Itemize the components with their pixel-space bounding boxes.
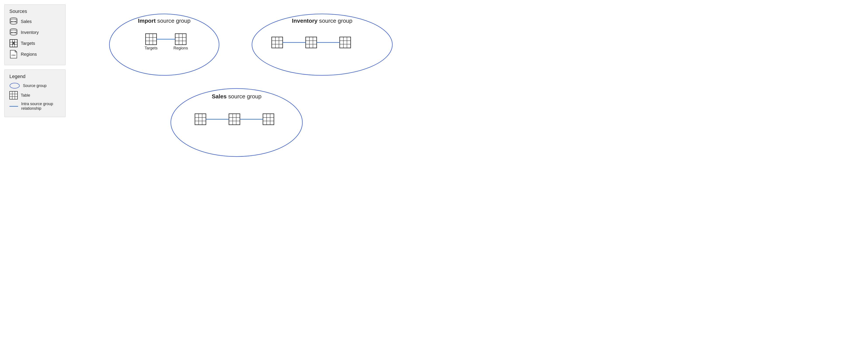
import-targets-table: Targets: [145, 34, 158, 50]
sources-panel: Sources Sales: [4, 4, 66, 65]
source-label-targets: Targets: [21, 41, 35, 46]
inventory-group-ellipse: [252, 14, 392, 75]
legend-item-relationship: Intra source group relationship: [9, 102, 61, 111]
legend-table-icon: [9, 91, 18, 99]
csv-icon-regions: CSV: [9, 50, 18, 58]
legend-title: Legend: [9, 74, 61, 80]
svg-rect-37: [272, 37, 283, 48]
sales-table-2: [229, 114, 240, 125]
source-item-sales: Sales: [9, 17, 61, 26]
svg-rect-62: [263, 114, 274, 125]
source-item-targets: X Targets: [9, 39, 61, 48]
import-regions-table: Regions: [174, 34, 188, 50]
inventory-table-2: [306, 37, 317, 48]
svg-rect-57: [229, 114, 240, 125]
svg-text:Regions: Regions: [174, 46, 188, 50]
sales-group-title: Sales source group: [212, 93, 261, 100]
inventory-table-3: [340, 37, 350, 48]
import-group-title: Import source group: [138, 18, 191, 24]
svg-point-4: [10, 22, 17, 24]
svg-text:Targets: Targets: [145, 46, 158, 50]
legend-label-table: Table: [21, 93, 30, 98]
svg-point-19: [10, 83, 20, 88]
database-icon-inventory: [9, 28, 18, 36]
sales-table-3: [263, 114, 274, 125]
source-item-inventory: Inventory: [9, 28, 61, 36]
sources-title: Sources: [9, 8, 61, 14]
sales-group-ellipse: [171, 89, 303, 157]
import-group-ellipse: [110, 14, 219, 75]
svg-rect-42: [306, 37, 317, 48]
svg-text:X: X: [12, 40, 15, 46]
svg-point-10: [10, 33, 17, 35]
legend-line-icon: [9, 106, 18, 107]
legend-item-source-group: Source group: [9, 83, 61, 89]
svg-rect-31: [175, 34, 186, 44]
legend-item-table: Table: [9, 91, 61, 99]
svg-text:CSV: CSV: [11, 54, 16, 56]
sales-table-1: [195, 114, 206, 125]
legend-oval-icon: [9, 83, 20, 89]
inventory-group-title: Inventory source group: [292, 18, 352, 24]
diagram-svg: Import source group Inventory source gro…: [70, 0, 434, 173]
source-label-sales: Sales: [21, 19, 32, 24]
svg-rect-25: [146, 34, 156, 44]
svg-rect-47: [340, 37, 350, 48]
database-icon-sales: [9, 17, 18, 26]
svg-rect-52: [195, 114, 206, 125]
source-label-inventory: Inventory: [21, 30, 39, 35]
legend-label-relationship: Intra source group relationship: [21, 102, 61, 111]
excel-icon-targets: X: [9, 39, 18, 48]
source-label-regions: Regions: [21, 52, 37, 57]
legend-label-source-group: Source group: [23, 84, 46, 88]
main-diagram: Import source group Inventory source gro…: [70, 0, 434, 173]
source-item-regions: CSV Regions: [9, 50, 61, 58]
legend-panel: Legend Source group Table Intra source g…: [4, 69, 66, 117]
inventory-table-1: [272, 37, 283, 48]
left-panel: Sources Sales: [0, 0, 70, 173]
svg-rect-20: [10, 91, 18, 99]
